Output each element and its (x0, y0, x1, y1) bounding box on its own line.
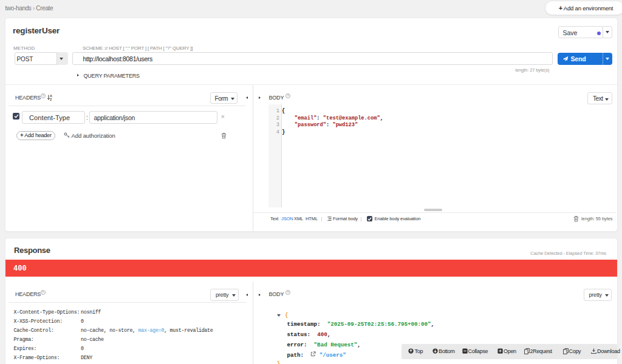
svg-text:Z: Z (50, 98, 52, 101)
svg-text:A: A (50, 95, 52, 98)
